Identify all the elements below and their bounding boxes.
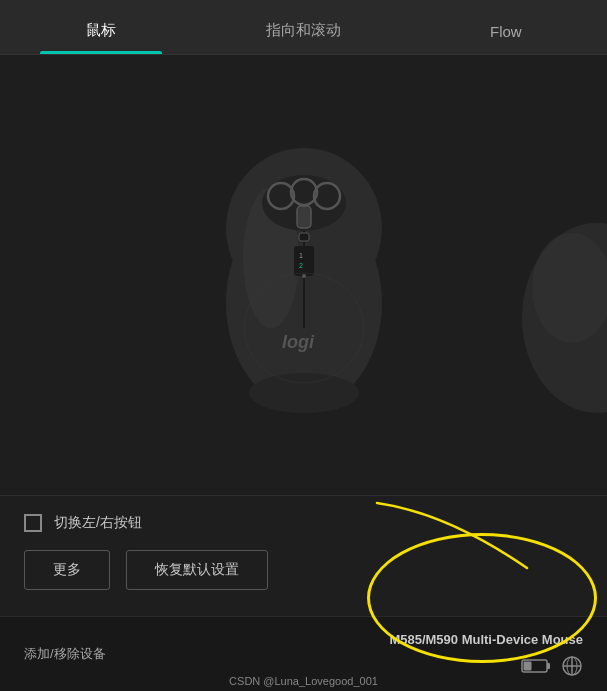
device-icons [521,655,583,677]
svg-text:logi: logi [282,332,315,352]
tab-mouse[interactable]: 鼠标 [0,21,202,54]
restore-button[interactable]: 恢复默认设置 [126,550,268,590]
add-remove-label[interactable]: 添加/移除设备 [24,645,389,663]
device-info: M585/M590 Multi-Device Mouse [389,632,583,677]
svg-rect-22 [524,661,532,670]
svg-point-13 [302,274,306,278]
controls-area: 切换左/右按钮 更多 恢复默认设置 [0,495,607,608]
svg-text:2: 2 [299,262,303,269]
battery-icon [521,658,551,674]
tab-pointing[interactable]: 指向和滚动 [202,21,404,54]
swap-buttons-label: 切换左/右按钮 [54,514,142,532]
mouse-display-area: 1 2 logi [0,55,607,495]
device-name: M585/M590 Multi-Device Mouse [389,632,583,647]
buttons-row: 更多 恢复默认设置 [24,550,583,590]
footer: 添加/移除设备 M585/M590 Multi-Device Mouse [0,616,607,691]
tab-bar: 鼠标 指向和滚动 Flow [0,0,607,55]
svg-rect-8 [297,206,311,228]
mouse-secondary-image [517,208,607,432]
svg-rect-10 [294,246,314,276]
svg-rect-9 [299,233,309,241]
mouse-container: 1 2 logi [0,55,607,495]
more-button[interactable]: 更多 [24,550,110,590]
checkbox-row: 切换左/右按钮 [24,514,583,532]
svg-rect-21 [547,663,550,669]
swap-buttons-checkbox[interactable] [24,514,42,532]
svg-text:1: 1 [299,252,303,259]
mouse-image: 1 2 logi [199,128,409,422]
svg-point-15 [249,373,359,413]
tab-flow[interactable]: Flow [405,23,607,54]
wireless-icon [561,655,583,677]
